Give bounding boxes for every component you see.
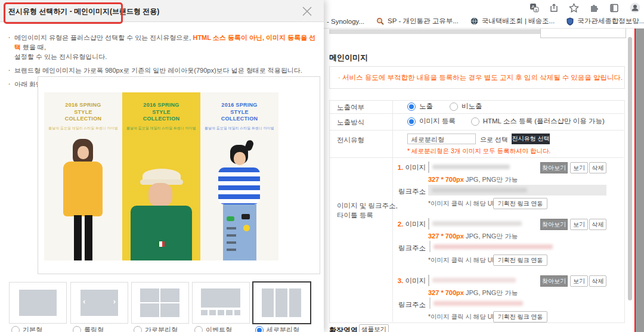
- size-note: 327 * 700px JPG, PNG만 가능: [428, 288, 518, 297]
- radio-option-show[interactable]: 노출: [407, 102, 433, 111]
- cutoff-button[interactable]: [540, 29, 626, 38]
- bookmark-label: - Synology...: [327, 18, 364, 25]
- browse-button[interactable]: 찾아보기: [540, 219, 568, 230]
- radio-label: 노출: [419, 102, 433, 111]
- desktop-strip: [636, 29, 644, 332]
- bookmark-sp[interactable]: SP - 개인통관 고유부...: [376, 17, 459, 26]
- delete-button[interactable]: 삭제: [589, 162, 606, 173]
- bookmark-label: SP - 개인통관 고유부...: [388, 17, 459, 26]
- option-thumb-basic[interactable]: [9, 282, 67, 324]
- option-thumb-horizontal-split[interactable]: [131, 282, 189, 324]
- radio-label: HTML 소스 등록 (플러스샵만 이용 가능): [483, 117, 605, 126]
- browse-button[interactable]: 찾아보기: [540, 162, 568, 173]
- radio-icon[interactable]: [11, 326, 20, 332]
- share-icon[interactable]: [549, 3, 559, 13]
- extensions-icon[interactable]: [589, 3, 599, 13]
- svg-text:a: a: [535, 8, 537, 12]
- option-horizontal-split[interactable]: 가로분리형: [134, 325, 178, 332]
- sample-view-button[interactable]: 샘플보기: [359, 324, 389, 332]
- close-icon[interactable]: [301, 5, 314, 18]
- option-rolling[interactable]: 롤링형: [73, 325, 104, 332]
- option-basic[interactable]: 기본형: [11, 325, 42, 332]
- radio-icon[interactable]: [255, 326, 264, 332]
- scrollbar[interactable]: [628, 37, 632, 300]
- plan-link-button[interactable]: 기획전 링크 연동: [493, 311, 547, 322]
- display-type-note: * 세로분리형은 3개 이미지 모두 등록하셔야 합니다.: [407, 147, 550, 156]
- globe-icon: [470, 17, 478, 25]
- translate-icon[interactable]: A a: [530, 3, 539, 13]
- link-input[interactable]: [429, 241, 431, 252]
- view-button[interactable]: 보기: [570, 162, 588, 173]
- radio-icon[interactable]: [471, 117, 479, 126]
- option-label: 가로분리형: [145, 325, 178, 332]
- profile-icon[interactable]: [630, 2, 640, 13]
- radio-option-image-register[interactable]: 이미지 등록: [407, 117, 456, 126]
- notice-box: · 서비스 용도에 부적합한 내용을 등록하는 경우 별도 고지 후 임의 삭제…: [329, 66, 625, 89]
- image-file-input[interactable]: [428, 275, 429, 286]
- plan-link-button[interactable]: 기획전 링크 연동: [493, 255, 547, 266]
- panel-subtitle: 봄날에 돋보일 데일리 스타일 트렌디 아이템: [122, 126, 200, 131]
- link-input[interactable]: [429, 297, 431, 309]
- bookmark-label: 국가관세종합정보망...: [577, 17, 644, 26]
- modal-header: 전시유형 선택하기 - 메인이미지(브랜드형 전용): [0, 0, 324, 22]
- image-file-input[interactable]: [428, 218, 429, 229]
- option-label: 롤링형: [84, 325, 104, 332]
- display-type-select-button[interactable]: 전시유형 선택: [512, 134, 550, 144]
- radio-icon[interactable]: [407, 117, 416, 126]
- page-top-strip: [329, 29, 540, 34]
- link-input[interactable]: [428, 185, 606, 196]
- option-thumb-event[interactable]: [192, 282, 250, 324]
- display-type-input[interactable]: 세로분리형: [407, 134, 476, 144]
- plan-link-button[interactable]: 기획전 링크 연동: [493, 198, 547, 209]
- bullet-2: 브랜드형 메인이미지는 가로폭 980px로 기존의 일반 레이아웃(790px…: [8, 66, 316, 76]
- radio-icon[interactable]: [194, 326, 203, 332]
- option-thumb-rolling[interactable]: ‹ ›: [70, 282, 128, 324]
- size-note: 327 * 700px JPG, PNG만 가능: [428, 232, 518, 241]
- radio-icon[interactable]: [450, 103, 458, 111]
- red-highlight-box: [4, 2, 123, 24]
- link-label: 링크주소: [390, 244, 426, 253]
- browse-button[interactable]: 찾아보기: [540, 275, 568, 287]
- option-label: 세로분리형: [267, 325, 299, 332]
- sample-panel-3: 2016 SPRING STYLE COLLECTION 봄날에 돋보일 데일리…: [200, 92, 278, 260]
- sample-preview-frame: 2016 SPRING STYLE COLLECTION 봄날에 돋보일 데일리…: [38, 76, 320, 274]
- magnifier-icon: [376, 17, 384, 25]
- display-type-suffix: 으로 선택: [480, 135, 508, 144]
- chevron-left-icon: ‹: [83, 297, 85, 306]
- radio-icon[interactable]: [73, 326, 81, 332]
- row-label-visibility: 노출여부: [337, 103, 364, 112]
- option-event[interactable]: 이벤트형: [194, 325, 232, 332]
- view-button[interactable]: 보기: [570, 275, 588, 287]
- chevron-right-icon: ›: [113, 297, 116, 306]
- sample-panel-1: 2016 SPRING STYLE COLLECTION 봄날에 돋보일 데일리…: [44, 92, 122, 260]
- bookmark-synology[interactable]: - Synology...: [327, 18, 364, 25]
- radio-option-hide[interactable]: 비노출: [450, 102, 482, 111]
- sample-panel-2: 2016 SPRING STYLE COLLECTION 봄날에 돋보일 데일리…: [122, 92, 200, 260]
- radio-option-html-register[interactable]: HTML 소스 등록 (플러스샵만 이용 가능): [471, 117, 605, 126]
- option-vertical-split[interactable]: 세로분리형: [255, 325, 299, 332]
- delete-button[interactable]: 삭제: [589, 275, 606, 287]
- link-label: 링크주소: [390, 300, 426, 309]
- image-file-input[interactable]: [428, 162, 429, 173]
- link-label: 링크주소: [390, 187, 426, 196]
- panel-subtitle: 봄날에 돋보일 데일리 스타일 트렌디 아이템: [44, 126, 122, 131]
- bookmark-customs[interactable]: 국가관세종합정보망...: [566, 17, 644, 26]
- radio-label: 이미지 등록: [419, 117, 456, 126]
- radio-icon[interactable]: [407, 103, 416, 111]
- option-label: 이벤트형: [206, 325, 232, 332]
- bookmark-star-icon[interactable]: [569, 3, 579, 13]
- side-panel-icon[interactable]: [609, 3, 620, 13]
- section-title: 메인이미지: [329, 52, 368, 63]
- view-button[interactable]: 보기: [570, 219, 588, 230]
- image-number-label: 3. 이미지: [390, 277, 426, 286]
- radio-icon[interactable]: [134, 326, 142, 332]
- bookmark-delivery[interactable]: 국내택배조회 | 배송조...: [470, 17, 555, 26]
- option-thumb-vertical-split[interactable]: [252, 281, 311, 324]
- panel-title: 2016 SPRING STYLE COLLECTION: [122, 102, 200, 123]
- image-number-label: 2. 이미지: [390, 220, 426, 229]
- bookmark-label: 국내택배조회 | 배송조...: [482, 17, 555, 26]
- image-number-label: 1. 이미지: [390, 163, 426, 172]
- delete-button[interactable]: 삭제: [589, 219, 606, 230]
- panel-title: 2016 SPRING STYLE COLLECTION: [200, 102, 278, 123]
- display-type-modal: 전시유형 선택하기 - 메인이미지(브랜드형 전용) 메인이미지 유형은 플러스…: [0, 0, 324, 332]
